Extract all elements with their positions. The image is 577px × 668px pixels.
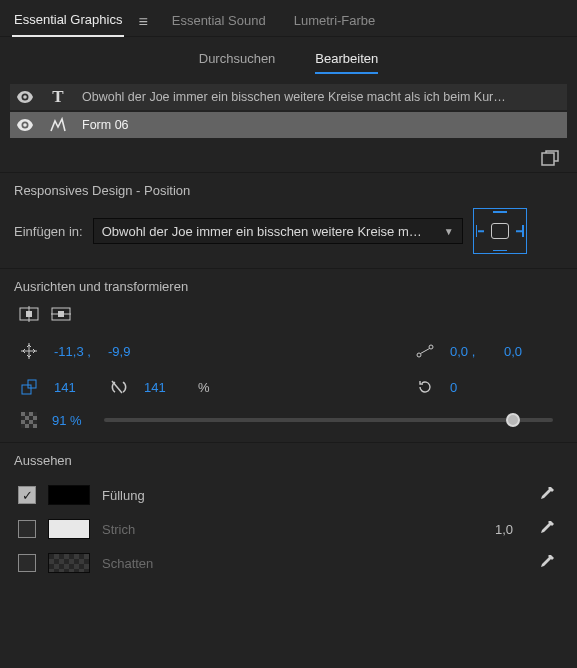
dropdown-value: Obwohl der Joe immer ein bisschen weiter… xyxy=(102,224,422,239)
fill-row: ✓ Füllung xyxy=(14,478,563,512)
position-icon xyxy=(18,343,40,359)
rotation-value[interactable]: 0 xyxy=(450,380,490,395)
panel-menu-icon[interactable]: ≡ xyxy=(132,13,161,31)
subtab-edit[interactable]: Bearbeiten xyxy=(315,51,378,74)
tab-essential-graphics[interactable]: Essential Graphics xyxy=(12,8,124,37)
shadow-swatch[interactable] xyxy=(48,553,90,573)
section-title: Aussehen xyxy=(14,453,563,468)
layer-list: T Obwohl der Joe immer ein bisschen weit… xyxy=(0,84,577,138)
scale-height-value[interactable]: 141 xyxy=(144,380,184,395)
fill-label: Füllung xyxy=(102,488,145,503)
scale-width-value[interactable]: 141 xyxy=(54,380,94,395)
layer-label: Form 06 xyxy=(82,118,561,132)
align-vertical-center-icon[interactable] xyxy=(50,304,72,324)
new-layer-icon[interactable] xyxy=(541,150,559,166)
stroke-width-value[interactable]: 1,0 xyxy=(495,522,513,537)
layer-label: Obwohl der Joe immer ein bisschen weiter… xyxy=(82,90,561,104)
section-responsive-design: Responsives Design - Position Einfügen i… xyxy=(0,172,577,268)
svg-rect-21 xyxy=(25,424,29,428)
scale-unit: % xyxy=(198,380,210,395)
position-x-value[interactable]: -11,3 , xyxy=(54,344,94,359)
svg-point-1 xyxy=(23,123,27,127)
section-title: Ausrichten und transformieren xyxy=(14,279,563,294)
eyedropper-icon[interactable] xyxy=(531,555,563,571)
visibility-icon[interactable] xyxy=(16,119,34,131)
eyedropper-icon[interactable] xyxy=(531,487,563,503)
svg-point-0 xyxy=(23,95,27,99)
svg-point-9 xyxy=(417,353,421,357)
section-align-transform: Ausrichten und transformieren -11,3 , -9… xyxy=(0,268,577,442)
subtab-browse[interactable]: Durchsuchen xyxy=(199,51,276,74)
svg-rect-17 xyxy=(25,416,29,420)
svg-rect-19 xyxy=(21,420,25,424)
panel-tabs: Essential Graphics ≡ Essential Sound Lum… xyxy=(0,0,577,37)
shape-layer-icon xyxy=(46,117,70,133)
svg-rect-15 xyxy=(21,412,25,416)
stroke-checkbox[interactable] xyxy=(18,520,36,538)
fill-swatch[interactable] xyxy=(48,485,90,505)
stroke-row: Strich 1,0 xyxy=(14,512,563,546)
eyedropper-icon[interactable] xyxy=(531,521,563,537)
svg-rect-20 xyxy=(29,420,33,424)
tab-lumetri[interactable]: Lumetri-Farbe xyxy=(292,9,378,36)
shadow-row: Schatten xyxy=(14,546,563,580)
svg-rect-22 xyxy=(33,424,37,428)
svg-rect-2 xyxy=(542,153,554,165)
opacity-slider[interactable] xyxy=(104,418,553,422)
new-layer-row xyxy=(0,140,577,172)
scale-icon xyxy=(18,379,40,395)
pin-to-dropdown[interactable]: Obwohl der Joe immer ein bisschen weiter… xyxy=(93,218,463,244)
scale-lock-icon[interactable] xyxy=(108,380,130,394)
visibility-icon[interactable] xyxy=(16,91,34,103)
position-y-value[interactable]: -9,9 xyxy=(108,344,148,359)
svg-rect-16 xyxy=(29,412,33,416)
rotation-icon xyxy=(414,379,436,395)
shadow-checkbox[interactable] xyxy=(18,554,36,572)
layer-row[interactable]: T Obwohl der Joe immer ein bisschen weit… xyxy=(10,84,567,110)
stroke-swatch[interactable] xyxy=(48,519,90,539)
pin-to-label: Einfügen in: xyxy=(14,224,83,239)
text-layer-icon: T xyxy=(46,87,70,107)
stroke-label: Strich xyxy=(102,522,135,537)
section-title: Responsives Design - Position xyxy=(14,183,563,198)
svg-rect-12 xyxy=(28,380,36,388)
tab-essential-sound[interactable]: Essential Sound xyxy=(170,9,268,36)
anchor-y-value[interactable]: 0,0 xyxy=(504,344,544,359)
align-horizontal-center-icon[interactable] xyxy=(18,304,40,324)
svg-point-10 xyxy=(429,345,433,349)
fill-checkbox[interactable]: ✓ xyxy=(18,486,36,504)
sub-tabs: Durchsuchen Bearbeiten xyxy=(0,37,577,84)
chevron-down-icon: ▼ xyxy=(444,226,454,237)
anchor-point-icon xyxy=(414,344,436,358)
opacity-icon xyxy=(18,412,40,428)
anchor-x-value[interactable]: 0,0 , xyxy=(450,344,490,359)
svg-rect-18 xyxy=(33,416,37,420)
section-appearance: Aussehen ✓ Füllung Strich 1,0 Schatten xyxy=(0,442,577,594)
shadow-label: Schatten xyxy=(102,556,153,571)
layer-row[interactable]: Form 06 xyxy=(10,112,567,138)
pin-widget[interactable] xyxy=(473,208,527,254)
svg-rect-11 xyxy=(22,385,31,394)
opacity-value[interactable]: 91 % xyxy=(52,413,92,428)
